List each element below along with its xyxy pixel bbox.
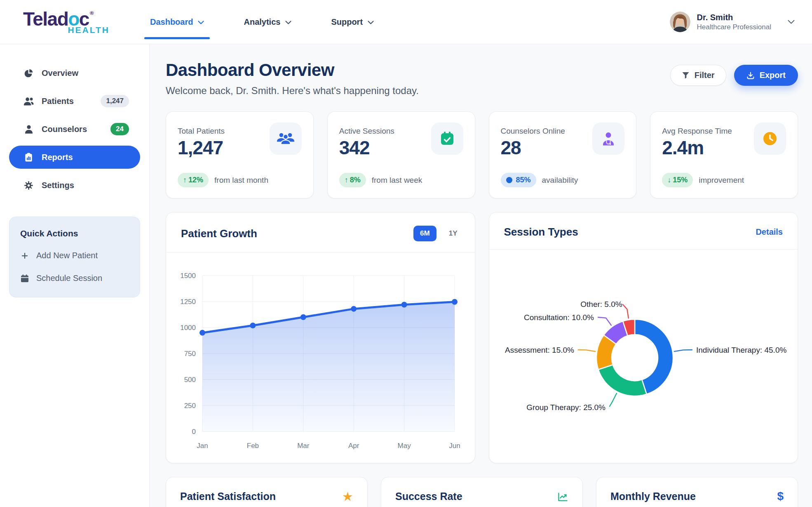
svg-text:750: 750 [184,350,196,358]
charts-row: Patient Growth 6M 1Y 0250500750100012501… [166,212,798,463]
main-content: Dashboard Overview Welcome back, Dr. Smi… [150,44,812,507]
dollar-icon: $ [777,490,784,502]
change-badge: ↑8% [339,173,366,187]
doctor-icon [592,123,624,155]
people-group-icon [270,123,302,155]
stat-label: Total Patients [178,127,225,136]
sidebar: Overview Patients 1,247 Counselors 24 [0,44,150,507]
user-menu[interactable]: Dr. Smith Healthcare Professional [670,12,795,32]
teladoc-logo: Teladoc ® HEALTH [23,9,110,34]
user-name: Dr. Smith [697,12,771,22]
sidebar-item-settings[interactable]: Settings [9,174,140,197]
stat-card-active-sessions: Active Sessions 342 ↑8% from last week [327,111,475,198]
stat-value: 1,247 [178,137,225,159]
svg-text:500: 500 [184,376,196,384]
stat-value: 342 [339,137,394,159]
page-subtitle: Welcome back, Dr. Smith. Here's what's h… [166,85,419,97]
availability-badge: 85% [501,173,536,187]
svg-text:1250: 1250 [180,298,196,306]
svg-text:250: 250 [184,402,196,410]
quick-actions-panel: Quick Actions Add New Patient Schedule S… [9,217,140,297]
svg-text:May: May [398,442,411,450]
add-new-patient-button[interactable]: Add New Patient [20,251,129,260]
stat-cards-row: Total Patients 1,247 ↑12% from last m [166,111,798,198]
logo-subtitle: HEALTH [68,26,110,34]
card-title: Monthly Revenue [610,490,696,502]
chevron-down-icon [285,21,291,24]
pie-chart-icon [23,68,34,78]
session-types-chart: Individual Therapy: 45.0%Group Therapy: … [489,255,798,461]
report-clipboard-icon [23,153,34,162]
arrow-up-icon: ↑ [345,176,348,184]
details-link[interactable]: Details [756,227,783,237]
svg-text:0: 0 [192,428,196,436]
svg-text:Assessment: 15.0%: Assessment: 15.0% [505,346,574,354]
gear-icon [23,181,34,190]
stat-card-avg-response-time: Avg Response Time 2.4m ↓15% improvement [650,111,798,198]
stat-note: from last week [372,176,422,185]
trend-chart-icon [557,491,568,502]
sidebar-item-counselors[interactable]: Counselors 24 [9,118,140,141]
stat-label: Avg Response Time [662,127,732,136]
nav-item-support[interactable]: Support [331,0,374,44]
user-role: Healthcare Professional [697,23,771,31]
download-icon [746,71,755,80]
nav-item-dashboard[interactable]: Dashboard [150,0,204,44]
session-types-title: Session Types [504,226,578,238]
topbar: Teladoc ® HEALTH Dashboard Analytics Sup… [0,0,812,44]
card-title: Success Rate [395,490,462,502]
avatar [670,12,690,32]
change-badge: ↓15% [662,173,693,187]
chevron-down-icon [368,21,374,24]
range-toggle: 6M 1Y [413,226,460,241]
arrow-down-icon: ↓ [667,176,671,184]
calendar-check-icon [431,123,463,155]
svg-text:Other: 5.0%: Other: 5.0% [580,300,622,309]
arrow-up-icon: ↑ [183,176,187,184]
patient-satisfaction-card: Patient Satisfaction ★ [166,477,368,507]
monthly-revenue-card: Monthly Revenue $ [596,477,798,507]
star-icon: ★ [342,490,353,503]
stat-note: availability [542,176,578,185]
success-rate-card: Success Rate [381,477,583,507]
sidebar-item-patients[interactable]: Patients 1,247 [9,90,140,113]
svg-text:1500: 1500 [180,272,196,280]
stat-value: 28 [501,137,565,159]
sidebar-item-overview[interactable]: Overview [9,61,140,85]
range-6m-button[interactable]: 6M [413,226,437,241]
schedule-session-button[interactable]: Schedule Session [20,274,129,283]
svg-text:Jun: Jun [449,442,460,450]
stat-card-counselors-online: Counselors Online 28 85% availability [489,111,637,198]
plus-icon [20,252,29,260]
svg-text:Mar: Mar [297,442,310,450]
nav-item-analytics[interactable]: Analytics [244,0,291,44]
svg-text:1000: 1000 [180,324,196,332]
patients-count-badge: 1,247 [101,95,129,107]
stat-label: Active Sessions [339,127,394,136]
svg-text:Individual Therapy: 45.0%: Individual Therapy: 45.0% [696,346,786,354]
svg-text:Group Therapy: 25.0%: Group Therapy: 25.0% [526,403,605,412]
svg-text:Apr: Apr [348,442,359,450]
chevron-down-icon [788,20,795,24]
svg-text:Feb: Feb [247,442,259,450]
stat-note: from last month [214,176,268,185]
stat-label: Counselors Online [501,127,565,136]
patient-growth-chart: 0250500750100012501500JanFebMarAprMayJun [169,263,468,454]
stat-note: improvement [699,176,744,185]
stat-card-total-patients: Total Patients 1,247 ↑12% from last m [166,111,314,198]
sidebar-item-reports[interactable]: Reports [9,146,140,169]
page-title: Dashboard Overview [166,61,419,80]
quick-actions-title: Quick Actions [20,229,129,238]
svg-text:Consultation: 10.0%: Consultation: 10.0% [523,313,594,322]
app-window: Teladoc ® HEALTH Dashboard Analytics Sup… [0,0,812,507]
funnel-icon [682,71,690,79]
filter-button[interactable]: Filter [670,65,726,86]
change-badge: ↑12% [178,173,209,187]
svg-text:Jan: Jan [197,442,208,450]
export-button[interactable]: Export [734,65,798,86]
clock-icon [754,123,786,155]
range-1y-button[interactable]: 1Y [446,229,460,238]
session-types-card: Session Types Details Individual Therapy… [489,212,798,463]
card-title: Patient Satisfaction [180,490,276,502]
patient-growth-title: Patient Growth [181,227,257,240]
